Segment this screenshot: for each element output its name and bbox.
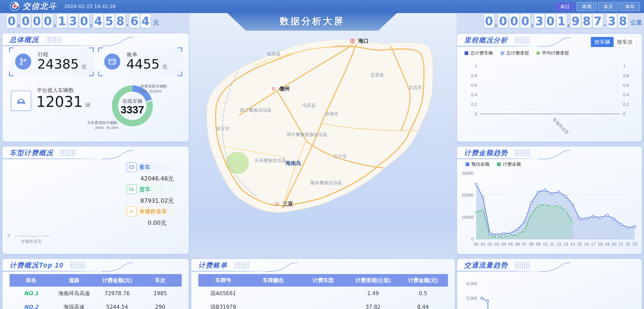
counter-decimal-point: . (603, 17, 606, 28)
range-button-本日[interactable]: 本日 (555, 2, 575, 11)
svg-text:03: 03 (495, 242, 499, 247)
panel-bills-header: 计费账单 (191, 259, 455, 272)
legend-swatch (465, 51, 468, 55)
svg-text:0: 0 (475, 112, 477, 116)
legend-item-总计费里程: 总计费里程 (501, 50, 529, 56)
counter-digit: 8 (618, 14, 628, 28)
logo-icon (10, 1, 20, 11)
range-button-本月[interactable]: 本月 (598, 2, 618, 11)
legend-item-预估金额: 预估金额 (466, 161, 489, 167)
header-underline (3, 158, 107, 159)
header-underline (457, 158, 542, 159)
panel-overview-header: 总体概况 (3, 33, 189, 46)
svg-text:30000: 30000 (462, 171, 474, 176)
panel-overview: 总体概况 行程 24385笔 账单 4455 (3, 33, 189, 142)
header-underline (457, 46, 542, 47)
table-cell: 琼B31978 (198, 300, 248, 309)
table-cell: 1.49 (348, 287, 398, 300)
table-cell: 5244.54 (96, 300, 139, 309)
vehicle-type-chip: 专项作业车 (125, 206, 189, 216)
panel-traffic-trend: 交通流量趋势 6,0005,0004,000 (457, 259, 642, 309)
donut-label-nontoll: 非收费道路车辆数: 2649 79.38% (75, 120, 118, 130)
brand-name: 交信北斗 (23, 1, 57, 12)
dots-decoration (234, 262, 249, 269)
svg-text:17: 17 (591, 242, 596, 247)
range-button-本周[interactable]: 本周 (577, 2, 597, 11)
counter-digit: 0 (43, 14, 53, 28)
column-header: 计费里程(公里) (348, 274, 398, 287)
table-cell: 37.82 (348, 300, 398, 309)
svg-text:23: 23 (632, 242, 637, 247)
mini-axis-zero: 0 (8, 233, 10, 238)
platform-vehicles-value: 12031辆 (36, 93, 91, 110)
svg-text:5,000: 5,000 (466, 296, 477, 301)
header-swoosh (538, 150, 571, 160)
counter-separator: , (495, 17, 498, 28)
mileage-tabs: 按车辆按车次 (591, 37, 636, 47)
legend-swatch (501, 51, 504, 55)
svg-text:04: 04 (501, 242, 506, 247)
svg-text:08: 08 (529, 242, 534, 247)
hainan-map[interactable]: 海口临高县定安县文昌市儋州屯昌县琼海市昌江黎族自治县琼中黎族苗族自治县东方市乐东… (190, 32, 456, 258)
tab-按车辆[interactable]: 按车辆 (591, 37, 614, 47)
counter-digit: 0 (7, 14, 17, 28)
donut-label-toll: 收费道路车辆数: 688 20.62% (140, 84, 168, 94)
counter-digit: 0 (520, 14, 530, 28)
trip-card: 行程 24385笔 (10, 48, 93, 76)
column-header: 车牌颜色 (248, 274, 298, 287)
legend-swatch (466, 162, 469, 166)
counter-digit: 3 (535, 14, 544, 28)
svg-text:0.6: 0.6 (623, 83, 629, 88)
amount-legend: 预估金额计费金额 (466, 161, 528, 167)
svg-text:0.2: 0.2 (623, 102, 629, 107)
traffic-trend-chart: 6,0005,0004,000 (461, 272, 639, 309)
counter-separator: , (90, 17, 93, 28)
bill-value: 4455笔 (126, 57, 167, 72)
map-label-定安县: 定安县 (370, 72, 384, 77)
dots-decoration (45, 36, 60, 43)
legend-item-平均计费里程: 平均计费里程 (537, 50, 569, 56)
svg-text:10: 10 (543, 242, 547, 247)
header-underline (3, 45, 107, 46)
mini-axis-tick (32, 236, 33, 238)
counter-digit: 0 (509, 14, 519, 28)
svg-text:21: 21 (619, 242, 623, 247)
map-label-万宁市: 万宁市 (333, 154, 347, 159)
dashboard-root: 交信北斗 2024-02-22 14:41:26 本日本周本月本年 数据分析大屏… (0, 0, 644, 309)
range-button-本年[interactable]: 本年 (620, 2, 640, 11)
svg-text:16: 16 (584, 242, 589, 247)
trip-value: 24385笔 (37, 57, 87, 72)
counter-separator: , (17, 17, 20, 28)
svg-text:05: 05 (508, 242, 513, 247)
map-label-三亚: 三亚 (283, 201, 293, 207)
counter-decimal-point: . (126, 17, 129, 28)
panel-top10-header: 计费概况Top 10 (3, 259, 189, 272)
column-header: 计费车型 (298, 274, 348, 287)
header-swoosh (101, 262, 134, 272)
svg-text:10000: 10000 (462, 215, 474, 220)
svg-text:19: 19 (605, 242, 610, 247)
counter-digit: 3 (607, 14, 617, 28)
mileage-counter: 0,000,301,987.38公里 (483, 14, 642, 28)
counter-digit: 7 (593, 14, 603, 28)
vehicle-type-label: 客车 (139, 164, 150, 171)
panel-amount-trend-header: 计费金额趋势 (457, 147, 642, 159)
table-cell: 1985 (139, 287, 182, 300)
vehicle-type-item-货车: 货车87931.02元 (125, 184, 189, 205)
brand: 交信北斗 2024-02-22 14:41:26 (10, 1, 116, 12)
legend-item-计费金额: 计费金额 (497, 161, 521, 167)
tab-按车次[interactable]: 按车次 (614, 37, 636, 47)
counter-digit: 4 (93, 14, 103, 28)
trip-icon (15, 54, 31, 70)
table-cell: NO.1 (10, 287, 53, 300)
map-label-琼海市: 琼海市 (325, 111, 338, 116)
counter-digit: 9 (571, 14, 581, 28)
column-header: 计费金额(元) (96, 274, 139, 287)
map-label-琼中黎族苗族自治县: 琼中黎族苗族自治县 (287, 132, 327, 137)
svg-text:00: 00 (474, 242, 479, 247)
counter-digit: 8 (582, 14, 592, 28)
svg-text:6,000: 6,000 (466, 281, 477, 286)
counter-digit: 3 (68, 14, 78, 28)
column-header: 道路 (53, 274, 96, 287)
svg-text:0.6: 0.6 (471, 83, 477, 88)
